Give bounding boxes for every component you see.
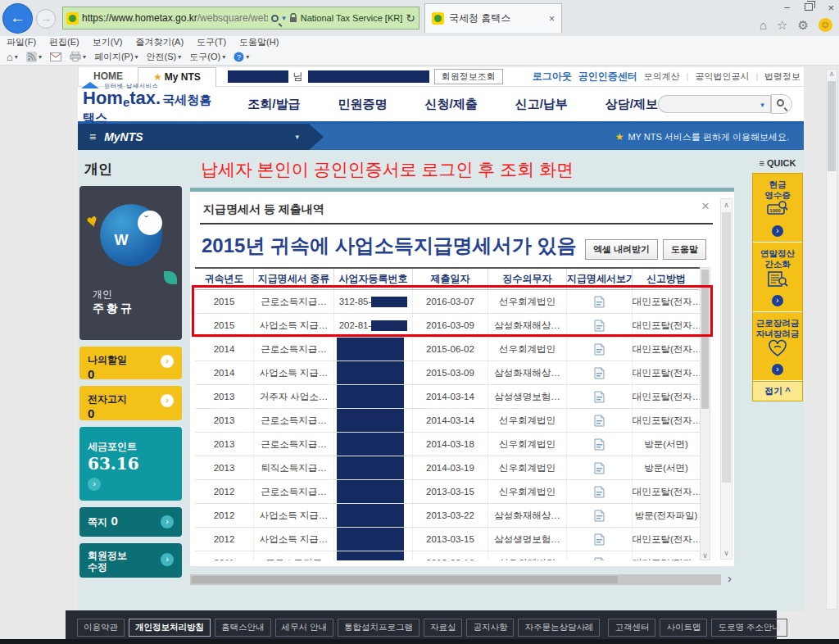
scrollbar-thumb[interactable] xyxy=(828,81,836,171)
help-menu[interactable]: ?▾ xyxy=(234,52,249,62)
rss-feed-button[interactable]: ▾ xyxy=(26,52,42,62)
mynts-menu[interactable]: ≡ MyNTS ▾ xyxy=(78,124,324,150)
statement-view-icon[interactable] xyxy=(567,361,633,384)
statement-view-icon[interactable] xyxy=(567,338,633,361)
quick-collapse-button[interactable]: 접기 ^ xyxy=(752,382,803,401)
statement-view-icon[interactable] xyxy=(567,433,633,456)
excel-download-button[interactable]: 엑셀 내려받기 xyxy=(585,239,658,260)
statement-view-icon[interactable] xyxy=(567,528,633,551)
scroll-down-icon[interactable]: ∨ xyxy=(701,551,710,560)
menu-item[interactable]: 즐겨찾기(A) xyxy=(135,36,184,48)
browser-scrollbar[interactable]: ∧ xyxy=(826,69,837,610)
scroll-up-icon[interactable]: ∧ xyxy=(827,70,837,78)
sidebar-card-tax-points[interactable]: 세금포인트63.16 › xyxy=(79,427,182,501)
safety-menu[interactable]: 안전(S)▾ xyxy=(147,51,182,63)
favorites-star-icon[interactable]: ☆ xyxy=(777,18,787,33)
table-row[interactable]: 2012사업소득 지급…2013-03-15삼성생명보험…대민포탈(전자… xyxy=(195,528,700,551)
back-button[interactable]: ← xyxy=(3,4,32,33)
tools-menu[interactable]: 도구(O)▾ xyxy=(189,51,225,63)
table-row[interactable]: 2015사업소득 지급…202-81-2016-03-09삼성화재해상…대민포탈… xyxy=(195,314,700,338)
utility-link[interactable]: 공인인증센터 xyxy=(578,70,637,84)
quick-item[interactable]: 현금영수증1000› xyxy=(753,174,802,243)
footer-link[interactable]: 자주묻는상담사례 xyxy=(518,619,600,637)
quick-item[interactable]: 연말정산간소화› xyxy=(753,243,802,311)
address-bar[interactable]: https://www.hometax.go.kr/websquare/webs… xyxy=(62,7,420,29)
chevron-right-icon[interactable]: › xyxy=(161,515,174,528)
refresh-icon[interactable]: ↻ xyxy=(406,11,415,25)
table-row[interactable]: 2015근로소득지급…312-85-2016-03-07선우회계법인대민포탈(전… xyxy=(195,290,700,314)
menu-item[interactable]: 보기(V) xyxy=(93,36,123,48)
main-nav-item[interactable]: 민원증명 xyxy=(338,97,387,112)
menu-item[interactable]: 편집(E) xyxy=(49,36,79,48)
menu-item[interactable]: 파일(F) xyxy=(7,36,36,48)
chevron-right-icon[interactable]: › xyxy=(772,225,783,237)
table-row[interactable]: 2013근로소득지급…2014-03-14선우회계법인대민포탈(전자… xyxy=(195,409,700,433)
scroll-down-icon[interactable]: ∨ xyxy=(721,549,732,557)
browser-tab[interactable]: 국세청 홈택스 × xyxy=(424,3,562,33)
footer-link[interactable]: 개인정보처리방침 xyxy=(129,619,211,637)
scrollbar-thumb[interactable] xyxy=(722,212,731,483)
sidebar-card-messages[interactable]: 쪽지 0 › xyxy=(79,507,182,537)
utility-link[interactable]: 공익법인공시 xyxy=(695,70,749,83)
table-row[interactable]: 2012근로소득지급…2013-03-15신우회계법인대민포탈(전자… xyxy=(195,480,700,504)
settings-gear-icon[interactable]: ⚙ xyxy=(798,18,809,33)
read-mail-button[interactable] xyxy=(50,52,61,61)
table-scrollbar[interactable]: ∨ xyxy=(700,267,710,560)
sidebar-card-enotice[interactable]: 전자고지0 › xyxy=(79,386,182,420)
table-row[interactable]: 2014사업소득 지급…2015-03-09삼성화재해상…대민포탈(전자… xyxy=(195,361,700,385)
help-button[interactable]: 도움말 xyxy=(663,239,706,260)
url-text[interactable]: https://www.hometax.go.kr/websquare/webs… xyxy=(82,12,268,24)
footer-link[interactable]: 통합설치프로그램 xyxy=(338,619,420,637)
search-button[interactable] xyxy=(771,94,792,114)
chevron-right-icon[interactable]: › xyxy=(161,355,174,368)
close-button[interactable]: × xyxy=(828,2,834,14)
chevron-down-icon[interactable]: ▾ xyxy=(282,14,286,22)
sidebar-card-member-edit[interactable]: 회원정보수정 › xyxy=(79,543,182,578)
table-row[interactable]: 2013퇴직소득지급…2014-03-19신우회계법인방문(서면) xyxy=(195,456,700,480)
scroll-right-icon[interactable]: › xyxy=(728,571,732,585)
modal-scrollbar[interactable]: ∧ ∨ xyxy=(720,198,732,560)
footer-link[interactable]: 도로명 주소안내 xyxy=(711,619,787,637)
close-icon[interactable]: × xyxy=(701,198,710,215)
horizontal-scrollbar[interactable] xyxy=(190,574,721,585)
table-row[interactable]: 2011근로소득지급2012-03-16신우회계법인대민포탈(전자… xyxy=(195,551,700,560)
statement-view-icon[interactable] xyxy=(567,409,633,432)
main-nav-item[interactable]: 신청/제출 xyxy=(424,97,477,112)
main-nav-item[interactable]: 조회/발급 xyxy=(247,97,300,112)
chevron-right-icon[interactable]: › xyxy=(161,394,174,407)
utility-link[interactable]: 모의계산 xyxy=(644,70,680,83)
print-button[interactable]: ▾ xyxy=(70,52,86,61)
quick-item[interactable]: 근로장려금자녀장려금› xyxy=(753,312,802,381)
restore-button[interactable] xyxy=(805,3,813,11)
main-nav-item[interactable]: 상담/제보 xyxy=(605,97,658,112)
utility-link[interactable]: 법령정보 xyxy=(764,70,800,83)
profile-card[interactable]: W ♥ 개인 주황규 xyxy=(79,186,182,340)
statement-view-icon[interactable] xyxy=(567,551,633,560)
footer-link[interactable]: 홈택스안내 xyxy=(215,619,271,637)
scrollbar-thumb[interactable] xyxy=(701,270,709,409)
table-row[interactable]: 2013근로소득지급…2014-03-18신우회계법인방문(서면) xyxy=(195,433,700,456)
forward-button[interactable]: → xyxy=(36,9,56,29)
table-row[interactable]: 2013거주자 사업소…2014-03-14삼성생명보험…대민포탈(전자… xyxy=(195,385,700,409)
scrollbar-thumb[interactable] xyxy=(192,576,618,583)
tab-close-icon[interactable]: × xyxy=(549,13,555,25)
chevron-right-icon[interactable]: › xyxy=(88,478,101,491)
hometax-logo[interactable]: 인터넷 납세서비스 Hometax.국세청홈택스 xyxy=(78,82,218,126)
search-input[interactable] xyxy=(658,95,755,113)
table-row[interactable]: 2012사업소득 지급…2013-03-22삼성화재해상…방문(전자파일) xyxy=(195,504,700,528)
home-page-button[interactable]: ⌂▾ xyxy=(7,51,18,63)
statement-view-icon[interactable] xyxy=(567,385,633,408)
chevron-right-icon[interactable]: › xyxy=(772,295,783,306)
menu-item[interactable]: 도움말(H) xyxy=(239,36,279,48)
page-menu[interactable]: 페이지(P)▾ xyxy=(94,51,138,63)
footer-link[interactable]: 고객센터 xyxy=(608,619,655,637)
sidebar-card-todo[interactable]: 나의할일0 › xyxy=(79,347,182,379)
footer-link[interactable]: 자료실 xyxy=(424,619,463,637)
footer-link[interactable]: 공지사항 xyxy=(466,619,514,637)
table-row[interactable]: 2014근로소득지급…2015-06-02선우회계법인대민포탈(전자… xyxy=(195,338,700,361)
footer-link[interactable]: 사이트맵 xyxy=(660,619,707,637)
scroll-up-icon[interactable]: ∧ xyxy=(721,201,732,209)
chevron-down-icon[interactable]: ▾ xyxy=(755,95,771,113)
footer-link[interactable]: 세무서 안내 xyxy=(275,619,333,637)
certificate-zone[interactable]: National Tax Service [KR] ↻ xyxy=(289,11,415,25)
